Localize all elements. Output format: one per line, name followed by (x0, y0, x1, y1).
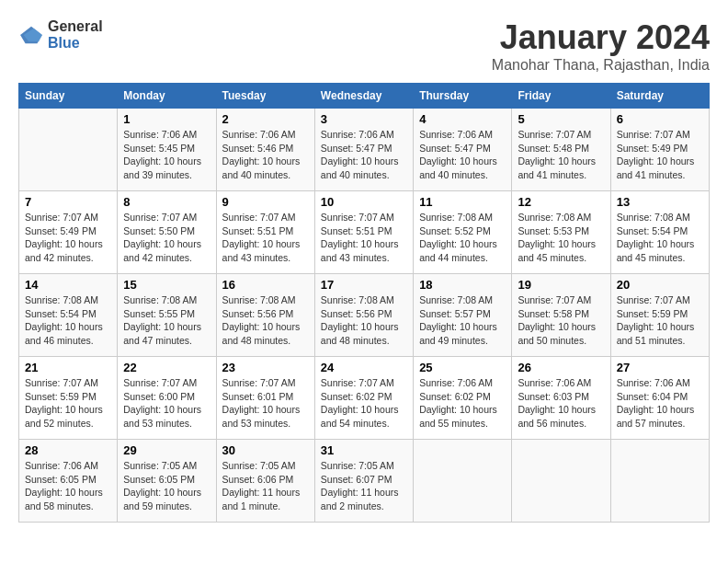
cell-content: Sunrise: 7:06 AM Sunset: 6:02 PM Dayligh… (419, 376, 506, 431)
day-number: 17 (321, 278, 407, 292)
day-number: 21 (25, 361, 111, 374)
day-number: 22 (123, 361, 210, 374)
header-cell-wednesday: Wednesday (314, 84, 413, 109)
calendar-cell: 12Sunrise: 7:08 AM Sunset: 5:53 PM Dayli… (512, 191, 610, 274)
cell-content: Sunrise: 7:08 AM Sunset: 5:56 PM Dayligh… (321, 293, 407, 348)
header-cell-sunday: Sunday (19, 84, 118, 109)
day-number: 11 (419, 195, 506, 209)
day-number: 7 (25, 195, 111, 209)
cell-content: Sunrise: 7:08 AM Sunset: 5:56 PM Dayligh… (222, 293, 309, 348)
calendar-cell: 25Sunrise: 7:06 AM Sunset: 6:02 PM Dayli… (414, 357, 512, 440)
logo-text: General Blue (48, 18, 103, 52)
calendar-cell: 28Sunrise: 7:06 AM Sunset: 6:05 PM Dayli… (19, 440, 118, 523)
header-cell-saturday: Saturday (610, 84, 709, 109)
logo-icon (18, 25, 44, 45)
header-cell-friday: Friday (512, 84, 610, 109)
calendar-cell: 30Sunrise: 7:05 AM Sunset: 6:06 PM Dayli… (216, 440, 314, 523)
day-number: 9 (222, 195, 309, 209)
cell-content: Sunrise: 7:06 AM Sunset: 5:46 PM Dayligh… (222, 128, 309, 182)
day-number: 20 (617, 278, 703, 292)
calendar-cell: 1Sunrise: 7:06 AM Sunset: 5:45 PM Daylig… (118, 109, 216, 191)
calendar-cell: 9Sunrise: 7:07 AM Sunset: 5:51 PM Daylig… (216, 191, 314, 274)
day-number: 12 (518, 195, 604, 209)
calendar-body: 1Sunrise: 7:06 AM Sunset: 5:45 PM Daylig… (19, 109, 710, 523)
day-number: 30 (222, 443, 309, 457)
calendar-cell: 29Sunrise: 7:05 AM Sunset: 6:05 PM Dayli… (118, 440, 216, 523)
calendar-cell: 21Sunrise: 7:07 AM Sunset: 5:59 PM Dayli… (19, 357, 118, 440)
calendar-cell: 26Sunrise: 7:06 AM Sunset: 6:03 PM Dayli… (512, 357, 610, 440)
day-number: 23 (222, 361, 309, 374)
calendar-cell: 10Sunrise: 7:07 AM Sunset: 5:51 PM Dayli… (314, 191, 413, 274)
day-number: 10 (321, 195, 407, 209)
calendar-cell: 27Sunrise: 7:06 AM Sunset: 6:04 PM Dayli… (610, 357, 709, 440)
day-number: 19 (518, 278, 604, 292)
header-cell-thursday: Thursday (414, 84, 512, 109)
cell-content: Sunrise: 7:07 AM Sunset: 5:58 PM Dayligh… (518, 293, 604, 348)
calendar-cell (610, 440, 709, 523)
calendar-cell: 4Sunrise: 7:06 AM Sunset: 5:47 PM Daylig… (414, 109, 512, 191)
calendar-table: SundayMondayTuesdayWednesdayThursdayFrid… (18, 83, 710, 523)
day-number: 15 (123, 278, 210, 292)
logo: General Blue (18, 18, 103, 52)
cell-content: Sunrise: 7:05 AM Sunset: 6:05 PM Dayligh… (123, 459, 210, 513)
cell-content: Sunrise: 7:07 AM Sunset: 5:48 PM Dayligh… (518, 128, 604, 182)
calendar-week-3: 14Sunrise: 7:08 AM Sunset: 5:54 PM Dayli… (19, 274, 710, 357)
calendar-cell: 16Sunrise: 7:08 AM Sunset: 5:56 PM Dayli… (216, 274, 314, 357)
day-number: 29 (123, 443, 210, 457)
calendar-cell: 20Sunrise: 7:07 AM Sunset: 5:59 PM Dayli… (610, 274, 709, 357)
calendar-cell: 2Sunrise: 7:06 AM Sunset: 5:46 PM Daylig… (216, 109, 314, 191)
calendar-cell: 7Sunrise: 7:07 AM Sunset: 5:49 PM Daylig… (19, 191, 118, 274)
calendar-cell: 24Sunrise: 7:07 AM Sunset: 6:02 PM Dayli… (314, 357, 413, 440)
calendar-cell: 23Sunrise: 7:07 AM Sunset: 6:01 PM Dayli… (216, 357, 314, 440)
header: General Blue January 2024 Manohar Thana,… (18, 18, 710, 74)
calendar-cell: 13Sunrise: 7:08 AM Sunset: 5:54 PM Dayli… (610, 191, 709, 274)
calendar-week-5: 28Sunrise: 7:06 AM Sunset: 6:05 PM Dayli… (19, 440, 710, 523)
calendar-week-4: 21Sunrise: 7:07 AM Sunset: 5:59 PM Dayli… (19, 357, 710, 440)
cell-content: Sunrise: 7:06 AM Sunset: 6:04 PM Dayligh… (617, 376, 703, 431)
cell-content: Sunrise: 7:07 AM Sunset: 6:01 PM Dayligh… (222, 376, 309, 431)
day-number: 16 (222, 278, 309, 292)
cell-content: Sunrise: 7:08 AM Sunset: 5:53 PM Dayligh… (518, 211, 604, 265)
day-number: 14 (25, 278, 111, 292)
cell-content: Sunrise: 7:08 AM Sunset: 5:57 PM Dayligh… (419, 293, 506, 348)
calendar-cell: 18Sunrise: 7:08 AM Sunset: 5:57 PM Dayli… (414, 274, 512, 357)
day-number: 4 (419, 112, 506, 126)
cell-content: Sunrise: 7:07 AM Sunset: 5:49 PM Dayligh… (617, 128, 703, 182)
cell-content: Sunrise: 7:05 AM Sunset: 6:07 PM Dayligh… (321, 459, 407, 513)
day-number: 6 (617, 112, 703, 126)
cell-content: Sunrise: 7:06 AM Sunset: 6:03 PM Dayligh… (518, 376, 604, 431)
calendar-header-row: SundayMondayTuesdayWednesdayThursdayFrid… (19, 84, 710, 109)
logo-blue: Blue (48, 35, 80, 51)
cell-content: Sunrise: 7:08 AM Sunset: 5:52 PM Dayligh… (419, 211, 506, 265)
cell-content: Sunrise: 7:07 AM Sunset: 5:49 PM Dayligh… (25, 211, 111, 265)
cell-content: Sunrise: 7:07 AM Sunset: 6:02 PM Dayligh… (321, 376, 407, 431)
day-number: 8 (123, 195, 210, 209)
calendar-cell: 17Sunrise: 7:08 AM Sunset: 5:56 PM Dayli… (314, 274, 413, 357)
cell-content: Sunrise: 7:06 AM Sunset: 6:05 PM Dayligh… (25, 459, 111, 513)
cell-content: Sunrise: 7:08 AM Sunset: 5:54 PM Dayligh… (617, 211, 703, 265)
calendar-cell: 14Sunrise: 7:08 AM Sunset: 5:54 PM Dayli… (19, 274, 118, 357)
cell-content: Sunrise: 7:07 AM Sunset: 5:51 PM Dayligh… (222, 211, 309, 265)
day-number: 27 (617, 361, 703, 374)
header-cell-tuesday: Tuesday (216, 84, 314, 109)
cell-content: Sunrise: 7:07 AM Sunset: 5:59 PM Dayligh… (25, 376, 111, 431)
calendar-cell: 8Sunrise: 7:07 AM Sunset: 5:50 PM Daylig… (118, 191, 216, 274)
title-area: January 2024 Manohar Thana, Rajasthan, I… (492, 18, 710, 74)
calendar-cell: 3Sunrise: 7:06 AM Sunset: 5:47 PM Daylig… (314, 109, 413, 191)
day-number: 2 (222, 112, 309, 126)
cell-content: Sunrise: 7:07 AM Sunset: 5:59 PM Dayligh… (617, 293, 703, 348)
day-number: 5 (518, 112, 604, 126)
header-cell-monday: Monday (118, 84, 216, 109)
day-number: 24 (321, 361, 407, 374)
calendar-week-1: 1Sunrise: 7:06 AM Sunset: 5:45 PM Daylig… (19, 109, 710, 191)
calendar-cell: 6Sunrise: 7:07 AM Sunset: 5:49 PM Daylig… (610, 109, 709, 191)
calendar-cell: 31Sunrise: 7:05 AM Sunset: 6:07 PM Dayli… (314, 440, 413, 523)
cell-content: Sunrise: 7:06 AM Sunset: 5:47 PM Dayligh… (419, 128, 506, 182)
logo-general: General (48, 18, 103, 34)
calendar-cell: 19Sunrise: 7:07 AM Sunset: 5:58 PM Dayli… (512, 274, 610, 357)
day-number: 28 (25, 443, 111, 457)
day-number: 3 (321, 112, 407, 126)
day-number: 31 (321, 443, 407, 457)
month-title: January 2024 (492, 18, 710, 57)
cell-content: Sunrise: 7:07 AM Sunset: 6:00 PM Dayligh… (123, 376, 210, 431)
